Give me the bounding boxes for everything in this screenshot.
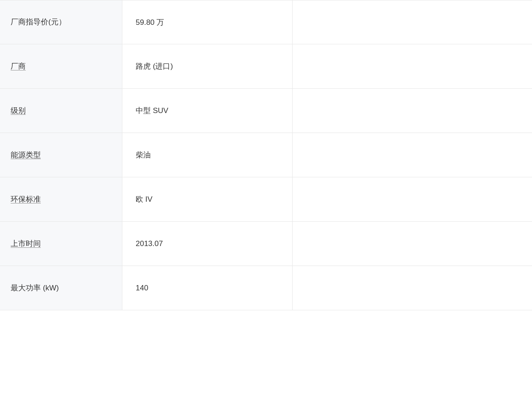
table-row: 厂商路虎 (进口) <box>0 44 532 89</box>
label-text-launch-date: 上市时间 <box>11 238 41 250</box>
table-row: 厂商指导价(元）59.80 万 <box>0 0 532 44</box>
specs-table: 厂商指导价(元）59.80 万厂商路虎 (进口)级别中型 SUV能源类型柴油环保… <box>0 0 532 310</box>
table-row: 上市时间2013.07 <box>0 222 532 266</box>
table-row: 环保标准欧 IV <box>0 177 532 222</box>
extra-cell-class <box>293 89 532 133</box>
extra-cell-energy-type <box>293 133 532 177</box>
label-text-manufacturer: 厂商 <box>11 61 26 72</box>
value-cell-energy-type: 柴油 <box>122 133 293 177</box>
table-row: 最大功率 (kW)140 <box>0 266 532 310</box>
label-cell-max-power: 最大功率 (kW) <box>0 266 122 310</box>
label-cell-class: 级别 <box>0 89 122 133</box>
extra-cell-emission-standard <box>293 177 532 221</box>
label-cell-emission-standard: 环保标准 <box>0 177 122 221</box>
extra-cell-launch-date <box>293 222 532 266</box>
table-row: 级别中型 SUV <box>0 89 532 133</box>
extra-cell-max-power <box>293 266 532 310</box>
label-text-msrp: 厂商指导价(元） <box>11 16 66 28</box>
value-cell-launch-date: 2013.07 <box>122 222 293 266</box>
value-cell-class: 中型 SUV <box>122 89 293 133</box>
extra-cell-manufacturer <box>293 44 532 88</box>
value-cell-max-power: 140 <box>122 266 293 310</box>
label-text-max-power: 最大功率 (kW) <box>11 282 59 294</box>
value-cell-manufacturer: 路虎 (进口) <box>122 44 293 88</box>
label-cell-msrp: 厂商指导价(元） <box>0 0 122 44</box>
label-cell-energy-type: 能源类型 <box>0 133 122 177</box>
table-row: 能源类型柴油 <box>0 133 532 177</box>
label-text-energy-type: 能源类型 <box>11 149 41 161</box>
label-text-emission-standard: 环保标准 <box>11 194 41 205</box>
value-cell-msrp: 59.80 万 <box>122 0 293 44</box>
label-cell-launch-date: 上市时间 <box>0 222 122 266</box>
label-text-class: 级别 <box>11 105 26 117</box>
value-cell-emission-standard: 欧 IV <box>122 177 293 221</box>
label-cell-manufacturer: 厂商 <box>0 44 122 88</box>
extra-cell-msrp <box>293 0 532 44</box>
